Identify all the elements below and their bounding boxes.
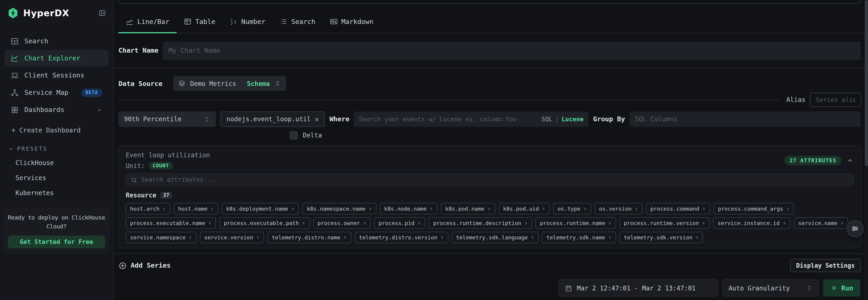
where-input[interactable] (359, 111, 538, 127)
unit-badge: COUNT (149, 162, 173, 170)
attribute-chip[interactable]: service.name› (794, 217, 848, 229)
attribute-chip-label: process.pid (379, 220, 415, 226)
cloud-promo-card: Ready to deploy on ClickHouse Cloud? Get… (3, 207, 110, 254)
tab-markdown[interactable]: Markdown (323, 10, 381, 33)
sidebar-item-chart-explorer[interactable]: Chart Explorer (4, 50, 108, 66)
attribute-chip-label: telemetry.sdk.version (624, 234, 692, 241)
alias-input[interactable] (810, 92, 861, 107)
attribute-chip-label: telemetry.sdk.language (456, 234, 528, 241)
sidebar-item-dashboards[interactable]: Dashboards (4, 102, 108, 118)
chart-explorer-icon (10, 54, 19, 62)
scrollbar-thumb[interactable] (865, 0, 868, 166)
chevron-right-icon: › (440, 234, 444, 241)
layers-icon (179, 80, 186, 87)
attribute-search-wrapper (126, 173, 854, 186)
attribute-chip[interactable]: telemetry.sdk.language› (452, 231, 539, 243)
attribute-chip[interactable]: k8s.pod.name› (441, 203, 495, 215)
sidebar-collapse-button[interactable] (98, 9, 106, 17)
tab-label: Line/Bar (137, 18, 169, 26)
number-123-icon: 1 2 3 (230, 18, 238, 26)
attribute-chip[interactable]: service.instance.id› (713, 217, 790, 229)
sidebar-item-service-map[interactable]: Service Map BETA (4, 84, 108, 101)
attribute-chip[interactable]: telemetry.distro.version› (354, 231, 448, 243)
attribute-group-label: Resource (126, 191, 156, 199)
attribute-chip[interactable]: os.version› (594, 203, 643, 215)
attribute-chip-label: service.version (204, 234, 253, 241)
run-button[interactable]: Run (823, 279, 860, 296)
attribute-chip[interactable]: process.command› (646, 203, 710, 215)
attribute-chip-label: host.arch (130, 206, 159, 212)
chevrons-updown-icon (274, 80, 282, 87)
delta-checkbox[interactable] (290, 131, 298, 139)
attribute-chip[interactable]: telemetry.distro.name› (267, 231, 351, 243)
attribute-chip[interactable]: k8s.pod.uid› (499, 203, 550, 215)
sql-toggle[interactable]: SQL (541, 115, 552, 123)
tab-search[interactable]: Search (273, 10, 323, 33)
metric-chip[interactable]: nodejs.event_loop.util × (220, 111, 325, 127)
attribute-chip[interactable]: k8s.deployment.name› (222, 203, 299, 215)
remove-metric-icon[interactable]: × (315, 115, 319, 123)
attribute-chip[interactable]: process.runtime.version› (619, 217, 710, 229)
collapse-attributes-button[interactable] (846, 157, 854, 164)
tab-label: Table (195, 18, 215, 26)
sidebar-item-client-sessions[interactable]: Client Sessions (4, 67, 108, 84)
sidebar-item-label: Chart Explorer (24, 54, 81, 62)
attribute-chip[interactable]: k8s.namespace.name› (302, 203, 376, 215)
chevron-right-icon: › (417, 220, 421, 226)
tab-number[interactable]: 1 2 3 Number (222, 10, 273, 33)
query-language-toggle: SQL | Lucene (541, 115, 584, 123)
attribute-chip[interactable]: process.runtime.name› (535, 217, 616, 229)
sidebar-item-search[interactable]: Search (4, 33, 108, 49)
tab-table[interactable]: Table (177, 10, 222, 33)
tab-line-bar[interactable]: Line/Bar (118, 10, 177, 33)
chevron-right-icon: › (608, 234, 612, 241)
attribute-chip[interactable]: service.namespace› (126, 231, 196, 243)
lucene-toggle[interactable]: Lucene (562, 115, 584, 123)
logo[interactable]: HyperDX (0, 0, 113, 19)
attribute-chip[interactable]: process.runtime.description› (429, 217, 532, 229)
aggregation-select[interactable]: 90th Percentile (118, 111, 216, 127)
attribute-chip-label: process.runtime.version (624, 220, 699, 226)
preset-item-kubernetes[interactable]: Kubernetes (16, 189, 113, 197)
schema-link[interactable]: Schema (247, 80, 270, 87)
section-divider (114, 253, 868, 254)
attribute-chip[interactable]: telemetry.sdk.name› (542, 231, 616, 243)
get-started-button[interactable]: Get Started for Free (8, 236, 105, 248)
attribute-chip[interactable]: service.version› (200, 231, 264, 243)
attribute-search-input[interactable] (141, 176, 849, 184)
footer-toolbar: Mar 2 12:47:01 - Mar 2 13:47:01 Auto Gra… (118, 279, 860, 296)
time-range-picker[interactable]: Mar 2 12:47:01 - Mar 2 13:47:01 (559, 279, 718, 296)
attribute-chip-label: process.owner (318, 220, 360, 226)
attribute-chip[interactable]: process.command_args› (713, 203, 794, 215)
chart-name-input[interactable] (163, 41, 861, 59)
attribute-chip-label: process.runtime.name (540, 220, 605, 226)
attribute-group-count: 27 (160, 191, 173, 199)
dashboards-icon (10, 106, 19, 114)
attribute-chip[interactable]: process.pid› (374, 217, 425, 229)
attribute-chip[interactable]: host.name› (174, 203, 218, 215)
attribute-chip[interactable]: process.executable.path› (219, 217, 310, 229)
attribute-chip[interactable]: host.arch› (126, 203, 170, 215)
chevron-right-icon: › (291, 206, 294, 212)
app-window: HyperDX Search Chart Explorer (0, 0, 868, 300)
preset-item-clickhouse[interactable]: ClickHouse (16, 159, 113, 167)
attribute-chip[interactable]: telemetry.sdk.version› (619, 231, 703, 243)
delta-label: Delta (303, 131, 322, 139)
granularity-select[interactable]: Auto Granularity (722, 279, 819, 296)
attribute-chip[interactable]: process.executable.name› (126, 217, 216, 229)
chevrons-updown-icon (805, 284, 813, 292)
data-source-select[interactable]: Demo Metrics Schema (174, 76, 286, 91)
series-config-row: 90th Percentile nodejs.event_loop.util ×… (118, 111, 861, 127)
attribute-chip[interactable]: os.type› (553, 203, 591, 215)
add-series-button[interactable]: Add Series (118, 261, 170, 269)
display-settings-button[interactable]: Display Settings (790, 259, 861, 272)
alias-label: Alias (786, 96, 805, 104)
create-dashboard-link[interactable]: + Create Dashboard (11, 126, 113, 134)
attribute-chip[interactable]: k8s.node.name› (380, 203, 438, 215)
preset-item-services[interactable]: Services (16, 174, 113, 182)
add-series-label: Add Series (131, 262, 171, 269)
group-by-input[interactable] (629, 111, 861, 127)
presets-header[interactable]: PRESETS (8, 146, 113, 152)
attribute-chip[interactable]: process.owner› (313, 217, 371, 229)
filter-settings-fab[interactable] (846, 220, 863, 237)
